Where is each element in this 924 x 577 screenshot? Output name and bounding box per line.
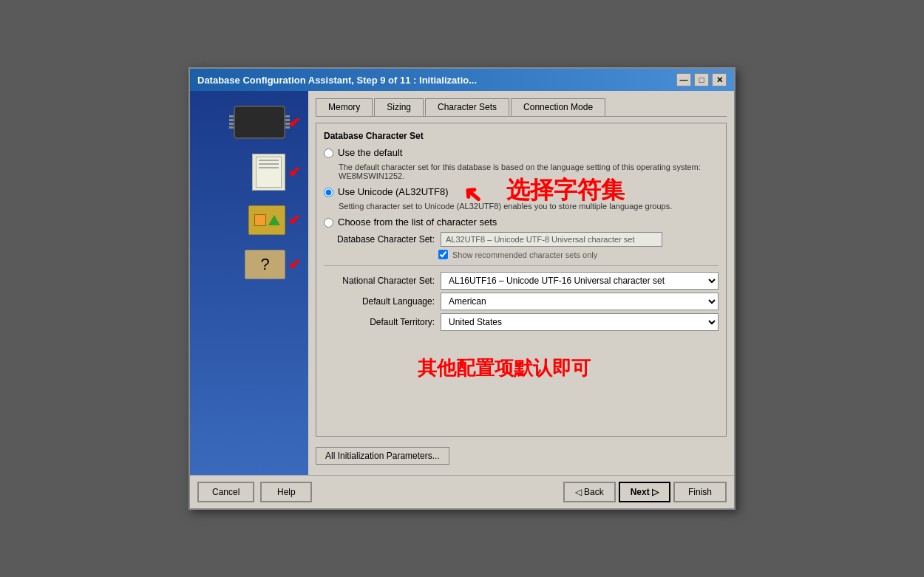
- default-language-select[interactable]: American: [441, 293, 719, 310]
- default-language-row: Default Language: American: [324, 293, 719, 310]
- finish-button[interactable]: Finish: [673, 482, 727, 502]
- show-recommended-row: Show recommended character sets only: [438, 250, 719, 259]
- tab-sizing[interactable]: Sizing: [374, 98, 424, 116]
- main-dialog: Database Configuration Assistant, Step 9…: [188, 67, 736, 510]
- radio-unicode-desc: Setting character set to Unicode (AL32UT…: [339, 202, 719, 211]
- help-button[interactable]: Help: [260, 482, 312, 502]
- radio-unicode-input[interactable]: [324, 188, 333, 197]
- default-territory-label: Default Territory:: [324, 317, 435, 327]
- radio-use-default[interactable]: Use the default: [324, 147, 719, 158]
- title-bar: Database Configuration Assistant, Step 9…: [190, 69, 734, 91]
- default-territory-select[interactable]: United States: [441, 313, 719, 331]
- default-territory-row: Default Territory: United States: [324, 313, 719, 331]
- radio-list-label: Choose from the list of character sets: [338, 216, 497, 228]
- tab-memory[interactable]: Memory: [316, 98, 373, 116]
- checkmark-icon: ✔: [288, 114, 301, 132]
- footer-right-buttons: ◁ Back Next ▷ Finish: [563, 482, 727, 502]
- list-item: ✔: [197, 205, 301, 235]
- national-charset-select[interactable]: AL16UTF16 – Unicode UTF-16 Universal cha…: [441, 272, 719, 290]
- national-charset-label: National Character Set:: [324, 276, 435, 286]
- radio-default-label: Use the default: [338, 147, 402, 158]
- radio-default-input[interactable]: [324, 148, 333, 158]
- window-title: Database Configuration Assistant, Step 9…: [197, 75, 477, 86]
- window-controls: — □ ✕: [676, 73, 727, 86]
- shapes-icon: [248, 205, 285, 235]
- footer-left-buttons: Cancel Help: [197, 482, 312, 502]
- radio-list-input[interactable]: [324, 218, 333, 228]
- init-params-button[interactable]: All Initialization Parameters...: [316, 447, 449, 465]
- cancel-button[interactable]: Cancel: [197, 482, 254, 502]
- init-params-area: All Initialization Parameters...: [316, 443, 727, 468]
- maximize-button[interactable]: □: [694, 73, 709, 86]
- tab-connection-mode[interactable]: Connection Mode: [511, 98, 605, 116]
- list-item: ✔: [197, 154, 301, 191]
- dialog-body: ✔ ✔: [190, 91, 734, 475]
- folder-icon: ?: [245, 250, 285, 279]
- radio-unicode-label: Use Unicode (AL32UTF8): [338, 186, 449, 197]
- icon-list: ✔ ✔: [190, 91, 308, 294]
- section-title: Database Character Set: [324, 131, 719, 141]
- checkmark-icon: ✔: [288, 211, 301, 229]
- divider: [324, 265, 719, 266]
- db-charset-label: Database Character Set:: [324, 234, 435, 245]
- right-panel: Memory Sizing Character Sets Connection …: [308, 91, 734, 475]
- minimize-button[interactable]: —: [676, 73, 691, 86]
- list-item: ✔: [197, 106, 301, 139]
- radio-use-unicode[interactable]: Use Unicode (AL32UTF8): [324, 186, 719, 197]
- left-panel: ✔ ✔: [190, 91, 308, 475]
- tab-character-sets[interactable]: Character Sets: [425, 98, 509, 116]
- next-button[interactable]: Next ▷: [619, 482, 670, 502]
- radio-choose-list[interactable]: Choose from the list of character sets: [324, 216, 719, 228]
- document-icon: [252, 154, 285, 191]
- default-language-label: Default Language:: [324, 296, 435, 307]
- national-charset-row: National Character Set: AL16UTF16 – Unic…: [324, 272, 719, 290]
- db-charset-input[interactable]: [441, 232, 662, 247]
- close-button[interactable]: ✕: [712, 73, 727, 86]
- chip-icon: [234, 106, 285, 139]
- checkmark-icon: ✔: [288, 256, 301, 273]
- show-recommended-label: Show recommended character sets only: [452, 250, 597, 259]
- radio-default-desc: The default character set for this datab…: [339, 163, 719, 180]
- tab-bar: Memory Sizing Character Sets Connection …: [316, 98, 727, 117]
- db-charset-row: Database Character Set:: [324, 232, 719, 247]
- show-recommended-checkbox[interactable]: [438, 250, 448, 259]
- footer: Cancel Help ◁ Back Next ▷ Finish: [190, 475, 734, 508]
- list-item: ? ✔: [197, 250, 301, 279]
- checkmark-icon: ✔: [288, 163, 301, 181]
- back-button[interactable]: ◁ Back: [563, 482, 616, 502]
- content-area: Database Character Set Use the default T…: [316, 123, 727, 437]
